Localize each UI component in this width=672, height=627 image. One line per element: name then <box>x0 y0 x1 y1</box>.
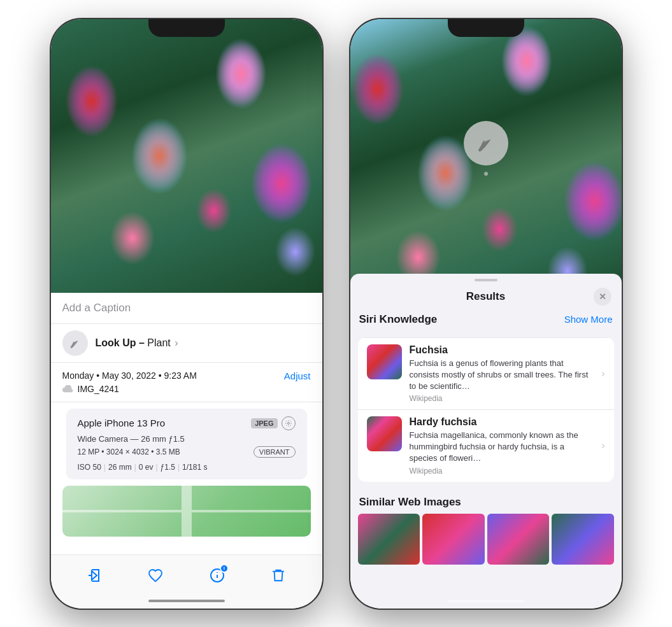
side-button-power <box>322 140 324 191</box>
hardy-title: Hardy fuchsia <box>410 416 594 428</box>
flower-photo-2 <box>350 19 622 299</box>
info-button[interactable]: i <box>204 563 230 588</box>
show-more-button[interactable]: Show More <box>564 314 613 325</box>
fuchsia-source: Wikipedia <box>410 394 594 403</box>
like-button[interactable] <box>143 563 168 588</box>
hardy-content: Hardy fuchsia Fuchsia magellanica, commo… <box>410 416 594 476</box>
similar-images-row <box>358 514 614 565</box>
lookup-row[interactable]: Look Up – Plant › <box>51 324 322 363</box>
similar-section: Similar Web Images <box>350 490 622 565</box>
close-button[interactable]: ✕ <box>594 288 611 306</box>
hardy-source: Wikipedia <box>410 467 594 476</box>
camera-mp: 12 MP • 3024 × 4032 • 3.5 MB <box>78 447 180 456</box>
filename: IMG_4241 <box>78 384 119 394</box>
similar-image-3[interactable] <box>487 514 550 565</box>
lookup-label: Look Up – <box>96 337 145 348</box>
similar-title: Similar Web Images <box>359 496 461 509</box>
home-indicator <box>148 600 225 602</box>
map-thumbnail[interactable] <box>62 486 311 537</box>
gear-icon[interactable] <box>282 416 296 430</box>
fuchsia-description: Fuchsia is a genus of flowering plants t… <box>410 358 594 393</box>
camera-section-wrapper: Apple iPhone 13 Pro JPEG Wide Camera — 2… <box>51 409 322 479</box>
svg-point-0 <box>287 422 289 424</box>
fuchsia-content: Fuchsia Fuchsia is a genus of flowering … <box>410 344 594 404</box>
meta-section: Monday • May 30, 2022 • 9:23 AM Adjust I… <box>51 363 322 402</box>
fuchsia-title: Fuchsia <box>410 344 594 356</box>
delete-button[interactable] <box>266 563 291 588</box>
siri-knowledge-title: Siri Knowledge <box>359 313 438 326</box>
hardy-thumbnail <box>367 416 402 451</box>
siri-knowledge-header-row: Siri Knowledge Show More <box>350 313 622 337</box>
right-phone: Results ✕ Siri Knowledge Show More Fuchs… <box>349 18 623 610</box>
results-title: Results <box>378 290 594 303</box>
caption-placeholder[interactable]: Add a Caption <box>62 302 131 314</box>
lookup-chevron: › <box>175 337 178 348</box>
knowledge-item-hardy[interactable]: Hardy fuchsia Fuchsia magellanica, commo… <box>358 409 614 482</box>
map-roads <box>62 486 311 537</box>
left-phone-screen: Add a Caption Look Up – Plant › Monday •… <box>51 19 322 609</box>
camera-exif: ISO 50 | 26 mm | 0 ev | ƒ1.5 | 1/181 s <box>78 463 296 472</box>
leaf-icon <box>68 336 82 350</box>
similar-image-4[interactable] <box>552 514 614 565</box>
siri-dot <box>484 172 488 176</box>
left-phone: Add a Caption Look Up – Plant › Monday •… <box>50 18 324 610</box>
fuchsia-chevron: › <box>601 368 604 379</box>
knowledge-item-fuchsia[interactable]: Fuchsia Fuchsia is a genus of flowering … <box>358 337 614 410</box>
adjust-button[interactable]: Adjust <box>284 370 311 381</box>
results-panel: Results ✕ Siri Knowledge Show More Fuchs… <box>350 274 622 609</box>
siri-knowledge-section: Fuchsia Fuchsia is a genus of flowering … <box>358 337 614 482</box>
leaf-siri-icon <box>475 132 497 155</box>
similar-image-2[interactable] <box>422 514 485 565</box>
similar-image-1[interactable] <box>358 514 420 565</box>
results-header: Results ✕ <box>350 281 622 313</box>
flower-photo <box>51 19 322 293</box>
camera-lens: Wide Camera — 26 mm ƒ1.5 <box>78 434 296 444</box>
exif-iso: ISO 50 <box>78 463 101 472</box>
flower-background <box>51 19 322 293</box>
camera-specs: 12 MP • 3024 × 4032 • 3.5 MB VIBRANT <box>78 446 296 458</box>
exif-mm: 26 mm <box>108 463 132 472</box>
lookup-subject: Plant <box>145 337 171 348</box>
camera-header: Apple iPhone 13 Pro JPEG <box>78 416 296 430</box>
cloud-icon <box>62 385 74 393</box>
meta-date-row: Monday • May 30, 2022 • 9:23 AM Adjust <box>62 370 311 381</box>
camera-model: Apple iPhone 13 Pro <box>78 418 166 428</box>
hardy-description: Fuchsia magellanica, commonly known as t… <box>410 430 594 465</box>
section-header: Siri Knowledge Show More <box>358 313 614 331</box>
jpeg-badge: JPEG <box>251 418 277 428</box>
caption-area[interactable]: Add a Caption <box>51 293 322 324</box>
right-phone-screen: Results ✕ Siri Knowledge Show More Fuchs… <box>350 19 622 609</box>
share-button[interactable] <box>82 563 107 588</box>
exif-shutter: 1/181 s <box>182 463 207 472</box>
lookup-icon-circle <box>62 330 88 356</box>
side-button-power-r <box>622 140 623 191</box>
lookup-text[interactable]: Look Up – Plant › <box>96 337 178 349</box>
hardy-chevron: › <box>601 440 604 451</box>
vibrant-badge: VIBRANT <box>254 446 296 458</box>
camera-section: Apple iPhone 13 Pro JPEG Wide Camera — 2… <box>66 409 307 479</box>
siri-visual-bubble <box>464 121 508 166</box>
meta-filename-row: IMG_4241 <box>62 384 311 394</box>
info-badge: i <box>220 564 229 573</box>
exif-f: ƒ1.5 <box>161 463 175 472</box>
home-indicator-right <box>448 600 524 602</box>
similar-header: Similar Web Images <box>358 490 614 514</box>
meta-date: Monday • May 30, 2022 • 9:23 AM <box>62 370 197 381</box>
fuchsia-thumbnail <box>367 344 402 379</box>
exif-ev: 0 ev <box>139 463 154 472</box>
